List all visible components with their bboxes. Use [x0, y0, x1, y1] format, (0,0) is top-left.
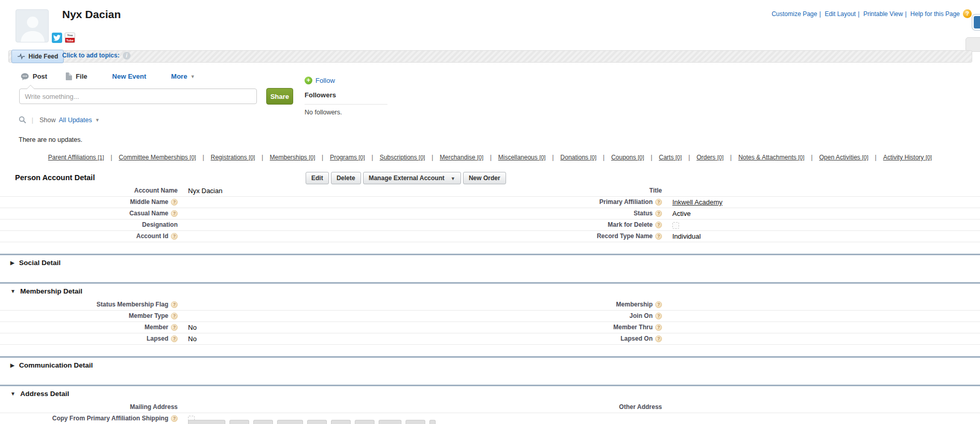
- tab-file[interactable]: File: [66, 72, 87, 80]
- related-link-miscellaneous[interactable]: Miscellaneous [0]: [498, 154, 560, 161]
- share-button[interactable]: Share: [266, 88, 293, 105]
- detail-row: Mailing Address Other Address: [0, 402, 980, 413]
- related-link-orders[interactable]: Orders [0]: [697, 154, 739, 161]
- detail-row: Middle Name Primary AffiliationInkwell A…: [0, 197, 980, 208]
- search-icon[interactable]: [19, 116, 26, 124]
- new-order-button[interactable]: New Order: [463, 172, 506, 184]
- tab-post[interactable]: Post: [21, 72, 47, 80]
- page-action-links: Customize Page Edit Layout Printable Vie…: [772, 9, 972, 18]
- collapsed-twisty-icon: ▶: [10, 260, 15, 266]
- detail-row: Status Membership Flag Membership: [0, 299, 980, 311]
- composer-pointer: [27, 85, 34, 89]
- related-link-subscriptions[interactable]: Subscriptions [0]: [380, 154, 440, 161]
- detail-row: Member Type Join On: [0, 311, 980, 322]
- related-link-merchandise[interactable]: Merchandise [0]: [440, 154, 498, 161]
- detail-row: Designation Mark for Delete: [0, 220, 980, 231]
- delete-button[interactable]: Delete: [331, 172, 361, 184]
- related-link-carts[interactable]: Carts [0]: [659, 154, 697, 161]
- help-orb-icon[interactable]: ?: [963, 9, 972, 18]
- social-icons: You Tube: [52, 33, 75, 43]
- twitter-icon[interactable]: [52, 33, 62, 43]
- section-header-membership-detail[interactable]: ▼Membership Detail: [0, 282, 980, 299]
- hide-feed-button[interactable]: Hide Feed: [11, 50, 64, 63]
- cutoff-box: [429, 420, 436, 424]
- field-help-icon[interactable]: [655, 233, 662, 240]
- feed-composer-input[interactable]: [19, 89, 257, 104]
- youtube-you-label: You: [65, 33, 75, 38]
- field-help-icon[interactable]: [171, 301, 178, 308]
- cutoff-box: [355, 420, 374, 424]
- field-help-icon[interactable]: [655, 313, 662, 319]
- filter-caret-icon: ▼: [95, 118, 99, 123]
- field-help-icon[interactable]: [171, 233, 178, 240]
- related-link-committee-memberships[interactable]: Committee Memberships [0]: [119, 154, 210, 161]
- follow-plus-icon: +: [305, 77, 312, 84]
- add-topics-link[interactable]: Click to add topics:: [62, 52, 120, 59]
- more-caret-icon: ▼: [190, 74, 195, 79]
- printable-view-link[interactable]: Printable View: [856, 10, 903, 18]
- file-tab-label: File: [76, 72, 87, 80]
- help-for-this-page-link[interactable]: Help for this Page: [903, 10, 960, 18]
- lapsed-value: No: [188, 335, 197, 343]
- cutoff-box: [331, 420, 351, 424]
- related-link-memberships[interactable]: Memberships [0]: [270, 154, 330, 161]
- field-help-icon[interactable]: [655, 324, 662, 331]
- cutoff-box: [307, 420, 327, 424]
- account-name-value: Nyx Dacian: [188, 187, 222, 195]
- info-icon: i: [123, 52, 131, 60]
- detail-row: MemberNo Member Thru: [0, 322, 980, 333]
- related-link-registrations[interactable]: Registrations [0]: [211, 154, 270, 161]
- field-help-icon[interactable]: [171, 313, 178, 319]
- field-help-icon[interactable]: [655, 199, 662, 206]
- tab-more[interactable]: More: [171, 72, 187, 80]
- section-header-address-detail[interactable]: ▼Address Detail: [0, 385, 980, 402]
- section-header-communication-detail[interactable]: ▶Communication Detail: [0, 356, 980, 373]
- related-link-donations[interactable]: Donations [0]: [560, 154, 611, 161]
- follow-link[interactable]: Follow: [315, 77, 335, 84]
- hide-feed-label: Hide Feed: [28, 53, 58, 60]
- person-account-page: Nyx Dacian You Tube Customize Page Edit …: [0, 0, 980, 424]
- field-help-icon[interactable]: [171, 335, 178, 342]
- edit-button[interactable]: Edit: [306, 172, 329, 184]
- section-header-social-detail[interactable]: ▶Social Detail: [0, 254, 980, 271]
- edit-layout-link[interactable]: Edit Layout: [817, 10, 856, 18]
- file-icon: [66, 72, 72, 80]
- record-type-value: Individual: [672, 232, 701, 241]
- speech-bubble-icon: [21, 73, 29, 80]
- status-value: Active: [672, 210, 690, 218]
- youtube-icon[interactable]: You Tube: [65, 33, 75, 43]
- field-help-icon[interactable]: [171, 210, 178, 217]
- field-help-icon[interactable]: [655, 210, 662, 217]
- related-link-parent-affiliations[interactable]: Parent Affiliations [1]: [48, 154, 119, 161]
- related-link-open-activities[interactable]: Open Activities [0]: [819, 154, 883, 161]
- feed-filter-dropdown[interactable]: All Updates: [59, 116, 92, 124]
- person-silhouette-icon: [16, 10, 49, 42]
- related-link-notes-attachments[interactable]: Notes & Attachments [0]: [738, 154, 819, 161]
- scrollbar-thumb[interactable]: [972, 14, 980, 30]
- primary-affiliation-link[interactable]: Inkwell Academy: [672, 198, 723, 206]
- followers-divider: [305, 104, 387, 105]
- related-link-programs[interactable]: Programs [0]: [330, 154, 380, 161]
- cutoff-box: [406, 420, 425, 424]
- related-link-activity-history[interactable]: Activity History [0]: [883, 154, 932, 161]
- publisher-tabs: Post File New Event More ▼: [21, 72, 195, 80]
- follow-panel: + Follow Followers No followers.: [305, 77, 387, 116]
- filter-divider: |: [32, 116, 33, 124]
- customize-page-link[interactable]: Customize Page: [772, 10, 817, 18]
- field-help-icon[interactable]: [655, 301, 662, 308]
- followers-heading: Followers: [305, 91, 387, 99]
- field-help-icon[interactable]: [655, 335, 662, 342]
- cutoff-box: [379, 420, 401, 424]
- field-help-icon[interactable]: [655, 222, 662, 228]
- related-link-coupons[interactable]: Coupons [0]: [611, 154, 659, 161]
- field-help-icon[interactable]: [171, 199, 178, 206]
- show-label: Show: [39, 116, 55, 124]
- field-help-icon[interactable]: [171, 415, 178, 422]
- avatar: [16, 9, 49, 42]
- cutoff-map-links-strip: [188, 420, 436, 424]
- detail-row: Copy From Primary Affiliation Shipping: [0, 413, 980, 424]
- manage-external-account-button[interactable]: Manage External Account▼: [363, 172, 461, 184]
- field-help-icon[interactable]: [171, 324, 178, 331]
- tab-new-event[interactable]: New Event: [112, 72, 147, 80]
- cutoff-box: [277, 420, 303, 424]
